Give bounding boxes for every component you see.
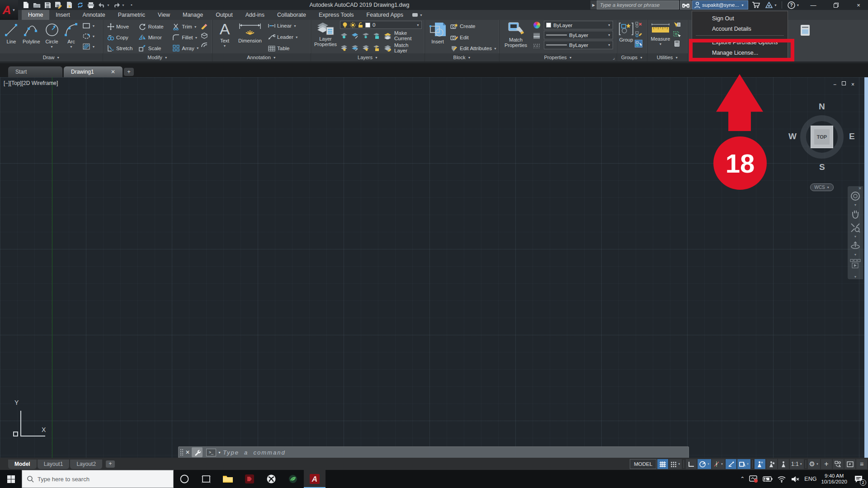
linear-dropdown[interactable]: ▼ (293, 24, 297, 28)
tab-manage[interactable]: Manage (176, 10, 209, 20)
trim-button[interactable]: Trim▼ (172, 22, 200, 32)
panel-label-groups[interactable]: Groups▼ (617, 53, 647, 61)
navbar-dropdown-4[interactable]: ▼ (854, 276, 857, 278)
file-tab-start[interactable]: Start (8, 66, 62, 77)
panel-label-properties[interactable]: Properties▼⌟ (500, 53, 617, 61)
navbar-close-icon[interactable]: ✕ (858, 186, 862, 191)
select-objects-icon[interactable] (673, 30, 681, 38)
mirror-button[interactable]: Mirror (139, 33, 172, 43)
wcs-menu[interactable]: WCS▼ (810, 183, 834, 191)
drawing-canvas[interactable]: [−][Top][2D Wireframe] − × N W E S TOP W… (0, 77, 868, 458)
layer-unlock-row-icon[interactable] (373, 44, 380, 52)
command-history-dropdown[interactable]: ▼ (218, 451, 221, 454)
color-combo[interactable]: ByLayer▼ (544, 21, 613, 29)
layer-lock-icon[interactable] (373, 32, 380, 40)
sync-icon[interactable] (76, 1, 84, 9)
layer-select-combo[interactable]: 0 ▼ (340, 21, 422, 29)
otrack-toggle[interactable] (726, 459, 736, 469)
annotation-scale-value[interactable]: 1:1▼ (790, 459, 804, 469)
osnap-dropdown[interactable]: ▼ (746, 463, 749, 465)
block-create-button[interactable]: Create (450, 21, 497, 31)
snap-dropdown[interactable]: ▼ (678, 463, 680, 465)
group-button[interactable]: Group (619, 20, 633, 53)
circle-button[interactable]: Circle ▼ (44, 20, 60, 53)
doc-close-icon[interactable]: × (851, 81, 854, 88)
tab-featured-apps[interactable]: Featured Apps (360, 10, 410, 20)
arc-dropdown[interactable]: ▼ (70, 44, 73, 50)
vertical-scrollbar[interactable] (864, 77, 868, 458)
clean-screen-button[interactable] (844, 459, 855, 469)
circle-dropdown[interactable]: ▼ (50, 44, 53, 50)
properties-launcher-icon[interactable]: ⌟ (613, 55, 615, 60)
lineweight-combo[interactable]: ByLayer▼ (544, 31, 613, 39)
restore-button[interactable] (828, 0, 844, 10)
action-center-button[interactable]: 2 (852, 473, 865, 485)
zoom-extents-icon[interactable] (850, 222, 861, 233)
qat-customize-icon[interactable]: ⹀ (127, 1, 136, 9)
ellipse-icon[interactable] (83, 33, 90, 40)
task-view-icon[interactable] (195, 470, 217, 488)
workspace-switching-button[interactable]: ⚙▼ (808, 459, 820, 469)
navigation-wheel-icon[interactable] (850, 191, 861, 202)
application-menu-button[interactable]: A▼ (0, 0, 18, 20)
panel-label-modify[interactable]: Modify▼ (103, 53, 212, 61)
layer-isolate-icon[interactable] (351, 32, 359, 40)
redo-dropdown[interactable]: ▼ (122, 4, 125, 7)
make-current-icon[interactable] (383, 32, 391, 40)
polar-dropdown[interactable]: ▼ (707, 463, 710, 465)
volume-muted-icon[interactable] (791, 476, 800, 483)
layer-on-row-icon[interactable] (340, 44, 348, 52)
panel-label-draw[interactable]: Draw▼ (0, 53, 103, 61)
redo-icon[interactable] (113, 1, 121, 9)
tab-express-tools[interactable]: Express Tools (312, 10, 360, 20)
close-button[interactable]: × (851, 0, 866, 10)
viewport-view-control[interactable]: [Top] (10, 80, 22, 86)
command-close-icon[interactable]: ✕ (184, 449, 192, 455)
command-input[interactable] (223, 449, 689, 456)
linear-button[interactable]: Linear▼ (268, 21, 298, 31)
command-prompt-icon[interactable]: >_ (206, 449, 216, 456)
display-notification-icon[interactable] (749, 475, 758, 483)
autoscale-toggle[interactable] (766, 459, 777, 469)
array-dropdown[interactable]: ▼ (196, 47, 199, 50)
edit-attributes-dropdown[interactable]: ▼ (494, 47, 497, 50)
tab-add-ins[interactable]: Add-ins (239, 10, 271, 20)
isodraft-toggle[interactable]: ▼ (712, 459, 725, 469)
ellipse-dropdown[interactable]: ▼ (92, 35, 95, 38)
viewcube-west[interactable]: W (788, 131, 797, 141)
array-button[interactable]: Array▼ (172, 43, 200, 53)
insert-button[interactable]: Insert (429, 20, 447, 53)
dimension-button[interactable]: Dimension (237, 20, 263, 53)
navbar-dropdown-2[interactable]: ▼ (854, 236, 857, 238)
annotation-visibility-toggle[interactable] (755, 459, 765, 469)
undo-dropdown[interactable]: ▼ (107, 4, 110, 7)
fillet-dropdown[interactable]: ▼ (195, 36, 198, 39)
scale-button[interactable]: Scale (139, 43, 172, 53)
trim-dropdown[interactable]: ▼ (194, 25, 197, 28)
close-drawing-icon[interactable]: ✕ (111, 69, 115, 75)
wifi-icon[interactable] (777, 476, 786, 483)
navbar-dropdown-1[interactable]: ▼ (854, 204, 857, 206)
viewport-style-control[interactable]: [2D Wireframe] (22, 80, 58, 86)
clock[interactable]: 9:40 AM 10/16/2020 (821, 473, 847, 485)
tab-output[interactable]: Output (209, 10, 239, 20)
signed-in-account-button[interactable]: supakit@syne... ▼ (692, 0, 748, 9)
language-indicator[interactable]: ENG (804, 476, 816, 482)
customization-menu-button[interactable]: ≡ (856, 459, 867, 469)
layer-freeze-icon[interactable] (362, 32, 369, 40)
search-collapse-icon[interactable]: ▶ (590, 0, 597, 9)
isolate-objects-button[interactable] (833, 459, 844, 469)
leader-button[interactable]: Leader▼ (268, 32, 298, 42)
osnap-toggle[interactable]: ▼ (737, 459, 750, 469)
ribbon-display-toggle[interactable]: ▼ (410, 10, 425, 20)
move-button[interactable]: Move (107, 22, 139, 32)
red-app-icon[interactable] (239, 470, 260, 488)
measure-dropdown[interactable]: ▼ (659, 42, 662, 47)
snap-toggle[interactable]: ▼ (669, 459, 682, 469)
polyline-button[interactable]: Polyline (23, 20, 40, 53)
lineweight-icon[interactable] (533, 32, 541, 39)
file-tab-drawing1[interactable]: Drawing1✕ (64, 66, 123, 77)
viewcube-south[interactable]: S (819, 162, 825, 172)
print-icon[interactable] (87, 1, 95, 9)
model-space-toggle[interactable]: MODEL (630, 459, 656, 469)
